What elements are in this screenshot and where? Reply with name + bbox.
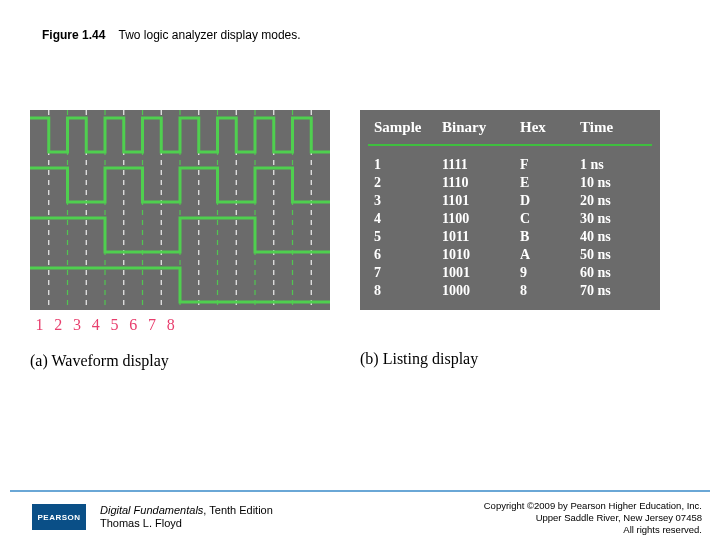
- cell-sample: 7: [360, 265, 442, 281]
- header-time: Time: [580, 119, 660, 136]
- book-title-rest: , Tenth Edition: [203, 504, 273, 516]
- x-label: 1: [30, 316, 49, 334]
- cell-hex: B: [520, 229, 580, 245]
- cell-binary: 1100: [442, 211, 520, 227]
- cell-hex: C: [520, 211, 580, 227]
- x-label: 5: [105, 316, 124, 334]
- listing-display: Sample Binary Hex Time 11111F1 ns21110E1…: [360, 110, 660, 310]
- cell-binary: 1000: [442, 283, 520, 299]
- listing-caption: (b) Listing display: [360, 350, 660, 368]
- cell-time: 40 ns: [580, 229, 660, 245]
- header-hex: Hex: [520, 119, 580, 136]
- header-binary: Binary: [442, 119, 520, 136]
- copyright: Copyright ©2009 by Pearson Higher Educat…: [484, 500, 702, 536]
- footer-rule: [10, 490, 710, 492]
- waveform-svg: [30, 110, 330, 310]
- cell-time: 10 ns: [580, 175, 660, 191]
- book-title: Digital Fundamentals, Tenth Edition: [100, 504, 273, 517]
- cell-hex: A: [520, 247, 580, 263]
- header-sample: Sample: [360, 119, 442, 136]
- table-row: 31101D20 ns: [360, 192, 660, 210]
- cell-binary: 1011: [442, 229, 520, 245]
- x-label: 6: [124, 316, 143, 334]
- copyright-line1: Copyright ©2009 by Pearson Higher Educat…: [484, 500, 702, 512]
- x-label: 2: [49, 316, 68, 334]
- publisher-logo: PEARSON: [32, 504, 86, 530]
- table-row: 51011B40 ns: [360, 228, 660, 246]
- cell-binary: 1101: [442, 193, 520, 209]
- table-row: 81000870 ns: [360, 282, 660, 300]
- cell-sample: 3: [360, 193, 442, 209]
- cell-time: 50 ns: [580, 247, 660, 263]
- cell-time: 70 ns: [580, 283, 660, 299]
- spacer: [360, 310, 660, 332]
- waveform-caption: (a) Waveform display: [30, 352, 330, 370]
- cell-hex: 9: [520, 265, 580, 281]
- book-author: Thomas L. Floyd: [100, 517, 273, 530]
- cell-sample: 4: [360, 211, 442, 227]
- x-label: 3: [68, 316, 87, 334]
- table-row: 21110E10 ns: [360, 174, 660, 192]
- table-row: 71001960 ns: [360, 264, 660, 282]
- cell-time: 60 ns: [580, 265, 660, 281]
- panels: 12345678 (a) Waveform display Sample Bin…: [30, 110, 690, 370]
- cell-sample: 1: [360, 157, 442, 173]
- listing-body: 11111F1 ns21110E10 ns31101D20 ns41100C30…: [360, 156, 660, 300]
- cell-time: 30 ns: [580, 211, 660, 227]
- waveform-display: [30, 110, 330, 310]
- page: Figure 1.44 Two logic analyzer display m…: [0, 0, 720, 540]
- figure-caption: Two logic analyzer display modes.: [118, 28, 300, 42]
- listing-header: Sample Binary Hex Time: [360, 110, 660, 144]
- book-title-italic: Digital Fundamentals: [100, 504, 203, 516]
- cell-sample: 8: [360, 283, 442, 299]
- table-row: 11111F1 ns: [360, 156, 660, 174]
- x-label: 7: [143, 316, 162, 334]
- copyright-line3: All rights reserved.: [484, 524, 702, 536]
- x-label: 8: [161, 316, 180, 334]
- cell-time: 1 ns: [580, 157, 660, 173]
- table-row: 41100C30 ns: [360, 210, 660, 228]
- cell-binary: 1110: [442, 175, 520, 191]
- cell-sample: 5: [360, 229, 442, 245]
- waveform-x-labels: 12345678: [30, 316, 330, 334]
- figure-number: Figure 1.44: [42, 28, 105, 42]
- cell-time: 20 ns: [580, 193, 660, 209]
- cell-binary: 1111: [442, 157, 520, 173]
- copyright-line2: Upper Saddle River, New Jersey 07458: [484, 512, 702, 524]
- listing-panel: Sample Binary Hex Time 11111F1 ns21110E1…: [360, 110, 660, 370]
- table-row: 61010A50 ns: [360, 246, 660, 264]
- cell-sample: 6: [360, 247, 442, 263]
- book-info: Digital Fundamentals, Tenth Edition Thom…: [100, 504, 273, 530]
- cell-hex: E: [520, 175, 580, 191]
- x-label: 4: [86, 316, 105, 334]
- cell-binary: 1001: [442, 265, 520, 281]
- cell-sample: 2: [360, 175, 442, 191]
- cell-hex: D: [520, 193, 580, 209]
- cell-hex: F: [520, 157, 580, 173]
- cell-binary: 1010: [442, 247, 520, 263]
- waveform-panel: 12345678 (a) Waveform display: [30, 110, 330, 370]
- listing-rule: [368, 144, 652, 146]
- cell-hex: 8: [520, 283, 580, 299]
- figure-title: Figure 1.44 Two logic analyzer display m…: [42, 28, 301, 42]
